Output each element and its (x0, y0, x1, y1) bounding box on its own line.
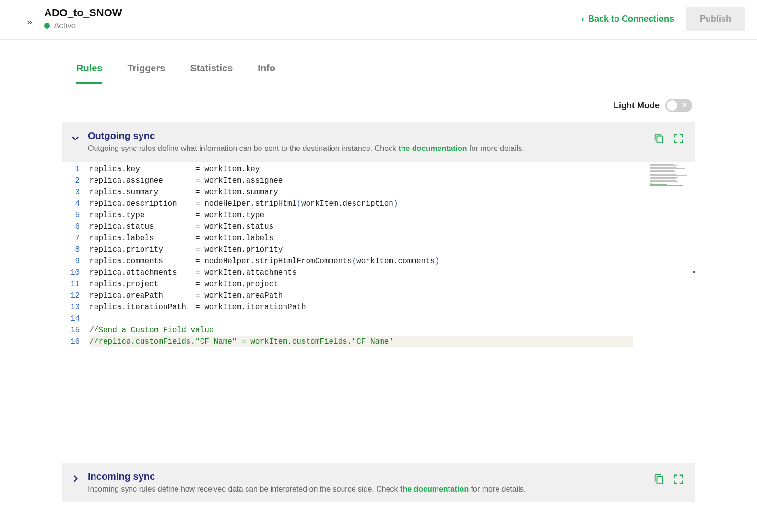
outgoing-sync-panel: Outgoing sync Outgoing sync rules define… (62, 122, 695, 449)
outgoing-title: Outgoing sync (88, 130, 646, 141)
code-line[interactable]: replica.project = workItem.project (89, 278, 690, 290)
incoming-description: Incoming sync rules define how received … (88, 485, 646, 494)
code-line[interactable]: replica.assignee = workItem.assignee (89, 175, 690, 186)
outgoing-panel-icons (654, 133, 684, 146)
outgoing-description: Outgoing sync rules define what informat… (88, 144, 646, 153)
toggle-off-icon: ✕ (682, 101, 688, 109)
outgoing-collapse-toggle[interactable] (71, 133, 80, 146)
code-line[interactable]: //Send a Custom Field value (89, 324, 690, 336)
copy-icon (654, 133, 664, 144)
publish-button[interactable]: Publish (686, 7, 745, 31)
fullscreen-icon (673, 133, 684, 144)
chevron-left-icon: ‹ (581, 14, 584, 24)
incoming-panel-icons (654, 474, 684, 486)
tab-info[interactable]: Info (258, 63, 275, 84)
light-mode-toggle[interactable]: ✕ (665, 99, 692, 112)
outgoing-doc-link[interactable]: the documentation (399, 144, 467, 152)
code-body[interactable]: replica.key = workItem.keyreplica.assign… (84, 162, 695, 449)
incoming-desc-pre: Incoming sync rules define how received … (88, 485, 400, 493)
code-line[interactable]: //replica.customFields."CF Name" = workI… (89, 336, 633, 347)
minimap[interactable] (650, 163, 693, 185)
code-line[interactable] (89, 313, 690, 324)
incoming-sync-panel: Incoming sync Incoming sync rules define… (62, 463, 695, 502)
fullscreen-button[interactable] (673, 133, 684, 146)
tab-triggers[interactable]: Triggers (127, 63, 165, 84)
line-gutter: 12345678910111213141516 (62, 162, 84, 449)
outgoing-code-editor[interactable]: 12345678910111213141516 replica.key = wo… (62, 162, 695, 449)
code-line[interactable]: replica.attachments = workItem.attachmen… (89, 267, 690, 278)
expand-drawer-icon[interactable]: » (27, 16, 32, 27)
toggle-knob-icon (667, 100, 677, 111)
incoming-title: Incoming sync (88, 471, 646, 482)
scroll-marker (693, 271, 695, 273)
code-line[interactable]: replica.labels = workItem.labels (89, 232, 690, 244)
back-to-connections-label: Back to Connections (588, 14, 674, 24)
outgoing-panel-header: Outgoing sync Outgoing sync rules define… (62, 122, 695, 162)
code-line[interactable]: replica.priority = workItem.priority (89, 244, 690, 255)
chevron-down-icon (71, 133, 80, 143)
code-line[interactable]: replica.description = nodeHelper.stripHt… (89, 198, 690, 209)
tab-rules[interactable]: Rules (76, 63, 102, 84)
chevron-right-icon (71, 474, 80, 484)
top-actions: ‹ Back to Connections Publish (581, 7, 745, 31)
code-line[interactable]: replica.key = workItem.key (89, 163, 690, 175)
incoming-expand-toggle[interactable] (71, 474, 80, 486)
outgoing-desc-post: for more details. (467, 144, 524, 152)
mode-row: Light Mode ✕ (62, 84, 695, 122)
code-line[interactable]: replica.comments = nodeHelper.stripHtmlF… (89, 255, 690, 267)
incoming-desc-post: for more details. (469, 485, 526, 493)
code-line[interactable]: replica.type = workItem.type (89, 209, 690, 221)
copy-button[interactable] (654, 474, 664, 486)
code-line[interactable]: replica.areaPath = workItem.areaPath (89, 290, 690, 301)
incoming-title-block: Incoming sync Incoming sync rules define… (88, 471, 646, 494)
copy-icon (654, 474, 664, 485)
light-mode-label: Light Mode (614, 101, 660, 111)
fullscreen-button[interactable] (673, 474, 684, 486)
fullscreen-icon (673, 474, 684, 485)
status-row: Active (44, 21, 122, 31)
status-text: Active (54, 21, 76, 31)
code-line[interactable]: replica.iterationPath = workItem.iterati… (89, 301, 690, 313)
incoming-doc-link[interactable]: the documentation (400, 485, 469, 493)
outgoing-desc-pre: Outgoing sync rules define what informat… (88, 144, 399, 152)
code-line[interactable]: replica.status = workItem.status (89, 221, 690, 232)
code-line[interactable]: replica.summary = workItem.summary (89, 186, 690, 198)
tabs: RulesTriggersStatisticsInfo (62, 63, 695, 84)
outgoing-title-block: Outgoing sync Outgoing sync rules define… (88, 130, 646, 153)
tab-statistics[interactable]: Statistics (190, 63, 233, 84)
status-dot-icon (44, 23, 50, 29)
title-block: ADO_to_SNOW Active (44, 7, 122, 31)
incoming-panel-header: Incoming sync Incoming sync rules define… (62, 463, 695, 502)
top-bar: » ADO_to_SNOW Active ‹ Back to Connectio… (0, 0, 757, 40)
connection-title: ADO_to_SNOW (44, 7, 122, 19)
back-to-connections-link[interactable]: ‹ Back to Connections (581, 14, 674, 24)
content-area: RulesTriggersStatisticsInfo Light Mode ✕… (52, 40, 705, 502)
copy-button[interactable] (654, 133, 664, 146)
